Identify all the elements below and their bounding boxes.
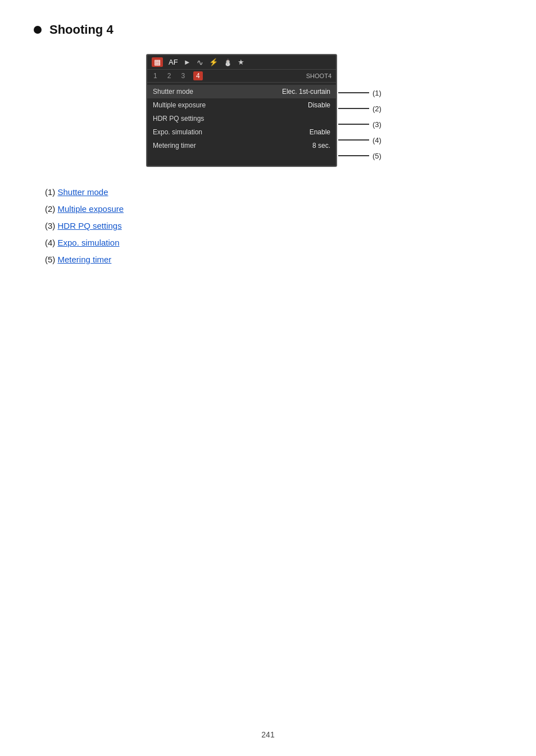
callout-row-3: (3) [338,116,381,132]
callout-hline-5 [338,155,369,156]
link-shutter-mode[interactable]: Shutter mode [58,187,108,197]
cam-icon-play: ► [184,58,191,66]
link-prefix-5: (5) [45,255,58,264]
camera-screen: ▩ AF ► ∿ ⚡ ⛄ ★ 1 2 3 4 SHOOT4 [146,54,337,167]
cam-menu-value-5: 8 sec. [312,142,330,150]
callouts-column: (1) (2) (3) (4) (5) [338,54,381,164]
link-metering-timer[interactable]: Metering timer [58,255,112,264]
cam-icon-star: ★ [238,58,244,66]
cam-menu-value-1: Elec. 1st-curtain [282,88,330,96]
page-container: Shooting 4 ▩ AF ► ∿ ⚡ ⛄ ★ 1 2 3 4 [0,0,536,291]
callout-row-4: (4) [338,132,381,148]
cam-shoot-label: SHOOT4 [306,73,331,79]
cam-menu-item-3[interactable]: HDR PQ settings [147,112,336,125]
cam-icon-lightning: ⚡ [209,58,218,66]
cam-menu-item-5[interactable]: Metering timer 8 sec. [147,139,336,152]
cam-menu-item-1[interactable]: Shutter mode Elec. 1st-curtain [147,85,336,98]
callout-row-1: (1) [338,85,381,101]
cam-tab-row: 1 2 3 4 SHOOT4 [147,70,336,83]
cam-menu-value-3 [329,115,330,123]
link-prefix-1: (1) [45,187,58,197]
callout-hline-1 [338,92,369,93]
link-multiple-exposure[interactable]: Multiple exposure [58,204,124,214]
link-item-4: (4) Expo. simulation [45,234,502,251]
heading-row: Shooting 4 [34,22,502,37]
callout-row-2: (2) [338,101,381,116]
link-prefix-4: (4) [45,238,58,247]
cam-icon-person: ⛄ [224,58,232,66]
link-prefix-2: (2) [45,204,58,214]
links-list: (1) Shutter mode (2) Multiple exposure (… [45,184,502,268]
cam-menu-label-4: Expo. simulation [153,128,202,136]
callout-num-1: (1) [373,89,381,97]
camera-ui-section: ▩ AF ► ∿ ⚡ ⛄ ★ 1 2 3 4 SHOOT4 [146,54,502,167]
link-expo-simulation[interactable]: Expo. simulation [58,238,120,247]
callout-num-5: (5) [373,152,381,160]
cam-menu-value-2: Disable [308,101,330,109]
link-item-2: (2) Multiple exposure [45,201,502,218]
callout-hline-2 [338,108,369,109]
cam-menu-label-5: Metering timer [153,142,196,150]
callout-row-5: (5) [338,148,381,164]
cam-tab-3[interactable]: 3 [179,71,187,80]
callout-num-3: (3) [373,120,381,129]
cam-icon-curve: ∿ [197,58,203,67]
link-item-1: (1) Shutter mode [45,184,502,201]
cam-bottom-space [147,155,336,166]
cam-menu: Shutter mode Elec. 1st-curtain Multiple … [147,83,336,155]
link-hdr-pq-settings[interactable]: HDR PQ settings [58,221,122,230]
link-item-5: (5) Metering timer [45,251,502,268]
cam-tab-2[interactable]: 2 [166,71,173,80]
callout-num-2: (2) [373,105,381,113]
cam-tab-1[interactable]: 1 [152,71,159,80]
callout-hline-3 [338,124,369,125]
bullet-dot [34,26,42,34]
callout-hline-4 [338,139,369,141]
link-item-3: (3) HDR PQ settings [45,218,502,234]
cam-tabs: 1 2 3 4 [152,71,203,80]
cam-menu-label-1: Shutter mode [153,88,193,96]
cam-menu-label-2: Multiple exposure [153,101,206,109]
callout-num-4: (4) [373,136,381,144]
cam-icon-camera: ▩ [152,57,163,67]
cam-menu-value-4: Enable [310,128,330,136]
cam-icon-af: AF [169,58,178,66]
cam-menu-item-4[interactable]: Expo. simulation Enable [147,125,336,139]
link-prefix-3: (3) [45,221,58,230]
cam-icon-bar: ▩ AF ► ∿ ⚡ ⛄ ★ [147,55,336,70]
page-number: 241 [261,730,274,739]
cam-menu-item-2[interactable]: Multiple exposure Disable [147,98,336,112]
cam-tab-4[interactable]: 4 [193,71,203,80]
cam-menu-label-3: HDR PQ settings [153,115,204,123]
page-title: Shooting 4 [49,22,113,37]
